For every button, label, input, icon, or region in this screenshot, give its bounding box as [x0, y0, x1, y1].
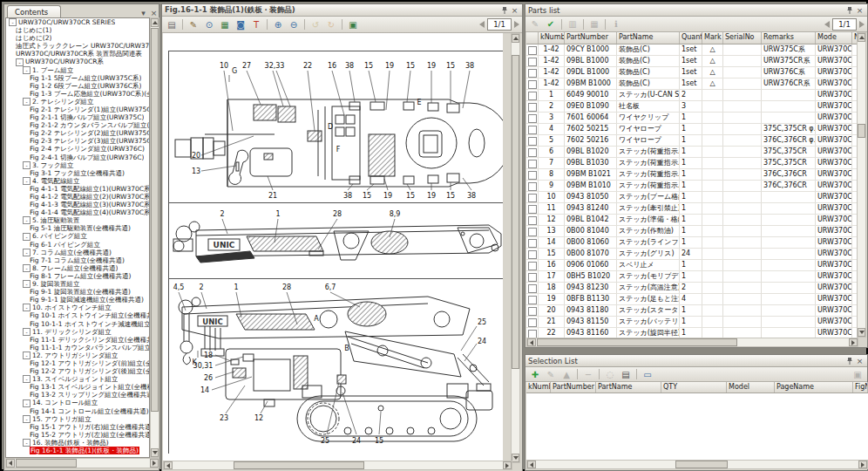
parts-vertical-scrollbar[interactable] — [857, 32, 866, 338]
scroll-right-button[interactable] — [503, 461, 512, 469]
prev-view-button[interactable]: ↺ — [309, 17, 322, 31]
table-row[interactable]: 130B00 81040ステッカ(作動油)1URW370C/U.. — [526, 226, 858, 237]
checkbox-icon[interactable] — [528, 330, 537, 338]
tree-item[interactable]: -16. 装飾品(鉄板・装飾品) — [6, 439, 149, 447]
collapse-icon[interactable]: - — [23, 352, 31, 359]
table-row[interactable]: 37601 60064ワイヤクリップ1URW370C/U.. — [526, 113, 858, 124]
column-header[interactable]: FigName — [853, 382, 868, 392]
collapse-icon[interactable]: - — [23, 264, 31, 272]
tree-item[interactable]: -URW370C/URW370CR系 — [6, 58, 149, 65]
selection-horizontal-scrollbar[interactable] — [526, 460, 868, 469]
row-checkbox[interactable] — [526, 249, 539, 259]
collapse-icon[interactable]: - — [23, 249, 31, 256]
column-header[interactable]: QTY — [661, 382, 727, 392]
table-row[interactable]: 180943 81230ステッカ(高温注意)2URW370C/U.. — [526, 283, 858, 294]
row-checkbox[interactable] — [526, 44, 539, 55]
checkbox-icon[interactable] — [528, 137, 537, 146]
tree-item[interactable]: Fig 12-2 アウトリガシリンダ(後)組立(全機 — [6, 367, 149, 375]
scroll-up-button[interactable] — [151, 18, 159, 27]
table-row[interactable]: 140B00 81060ステッカ(ラインフィル...1URW370C/U.. — [526, 237, 858, 249]
table-row[interactable]: 160906 01060スベリ止メ1URW370C/U.. — [526, 260, 858, 271]
tree-item[interactable]: Fig 11-1-1 カウンタバランスバルブ組立(1: — [6, 344, 149, 352]
column-header[interactable]: PageName — [775, 382, 853, 392]
tree-item[interactable]: Fig 9-1 旋回装置組立(全機種共通) — [6, 288, 149, 296]
tree-item[interactable]: -11. デリックシリンダ組立 — [6, 328, 149, 336]
collapse-icon[interactable]: - — [23, 177, 31, 185]
table-row[interactable]: 1-4209BM B1000装飾品(C)1set△URW376CR系URW370… — [526, 78, 858, 90]
scroll-right-button[interactable] — [150, 459, 159, 468]
tree-item[interactable]: -7. コラム組立(全機種共通) — [6, 249, 149, 256]
top-view-drawing[interactable]: 10 27 32,33 22 16 38 15 19 15 19 15 38 2… — [170, 54, 503, 199]
row-checkbox[interactable] — [526, 283, 539, 293]
tree-item[interactable]: Fig 2-1 テレシリンダ(1)組立(URW375C) — [6, 106, 149, 113]
tree-item[interactable]: -13. スイベルジョイント組立 — [6, 375, 149, 383]
tree-item[interactable]: Fig 2-4-1 切換バルブ組立(URW376C) — [6, 154, 149, 161]
pin-icon[interactable] — [844, 356, 854, 365]
tree-item[interactable]: Fig 8-1 フレーム組立(全機種共通) — [6, 272, 149, 280]
tab-contents[interactable]: Contents — [7, 5, 61, 17]
scroll-down-button[interactable] — [858, 328, 865, 337]
checkbox-icon[interactable] — [528, 160, 537, 168]
contents-vertical-scrollbar[interactable] — [150, 17, 159, 458]
tree-item[interactable]: Fig 1-3 ブーム応急組立(URW370C系)(全 — [6, 90, 149, 98]
close-icon[interactable]: × — [855, 356, 865, 365]
checkbox-icon[interactable] — [528, 148, 537, 157]
tree-item[interactable]: Fig 5-1 油圧駆動装置(全機種共通) — [6, 224, 149, 232]
checkbox-icon[interactable] — [528, 228, 537, 236]
prev-page-button[interactable] — [824, 21, 830, 28]
column-header[interactable]: PartName — [596, 382, 661, 392]
scroll-left-button[interactable] — [527, 461, 536, 468]
row-checkbox[interactable] — [526, 237, 539, 248]
scroll-left-button[interactable] — [6, 459, 15, 468]
table-row[interactable]: 110943 81240ステッカ(牽引禁止)1URW370C/U.. — [526, 203, 858, 215]
tree-item[interactable]: Fig 13-2 スリップリング組立(全機種共通) — [6, 391, 149, 399]
tree-item[interactable]: Fig 1-2 6段ブーム組立(URW376C系) — [6, 82, 149, 90]
grid-button[interactable]: ▦ — [587, 17, 601, 31]
collapse-icon[interactable]: - — [23, 98, 31, 106]
row-checkbox[interactable] — [526, 56, 539, 66]
tree-item[interactable]: -2. テレシリンダ組立 — [6, 98, 149, 106]
collapse-icon[interactable]: - — [23, 280, 31, 288]
tree-item[interactable]: Fig 12-1 アウトリガシリンダ(前)組立(全機 — [6, 359, 149, 367]
info-button[interactable]: ℹ — [609, 17, 623, 31]
remove-button[interactable]: − — [581, 367, 595, 381]
parts-horizontal-scrollbar[interactable] — [526, 338, 858, 347]
scroll-up-button[interactable] — [858, 33, 865, 42]
column-header[interactable]: Model — [727, 382, 775, 392]
collapse-icon[interactable]: - — [16, 58, 24, 66]
scroll-thumb[interactable] — [512, 55, 519, 369]
scroll-thumb[interactable] — [537, 338, 737, 346]
select-pen-button[interactable]: ✎ — [186, 17, 200, 31]
tree-item[interactable]: Fig 2-1-2 カウンタバランスバルブ組立(CB- — [6, 121, 149, 129]
collapse-icon[interactable]: - — [23, 415, 31, 423]
table-row[interactable]: 150B00 81070ステッカ(グリス)24URW370C/U.. — [526, 249, 858, 260]
table-row[interactable]: 190BFB B1130ステッカ(足もと注意)4URW370C/U.. — [526, 294, 858, 305]
collapse-icon[interactable]: - — [23, 66, 31, 74]
scroll-left-button[interactable] — [164, 461, 173, 469]
row-checkbox[interactable] — [526, 203, 539, 214]
column-header[interactable]: PartNumber — [565, 32, 617, 44]
row-checkbox[interactable] — [526, 260, 539, 270]
checkbox-icon[interactable] — [528, 296, 537, 304]
diagram-vertical-scrollbar[interactable] — [511, 33, 520, 463]
checkbox-icon[interactable] — [528, 114, 537, 123]
selection-list-header[interactable]: kNumbPartNumberPartNameQTYModelPageNameF… — [526, 382, 868, 393]
row-checkbox[interactable] — [526, 305, 539, 316]
table-row[interactable]: 909BM B1010ステッカ(荷重指示...1376C,376CRURW370… — [526, 181, 858, 192]
checkbox-icon[interactable] — [528, 205, 537, 214]
row-checkbox[interactable] — [526, 101, 539, 112]
tree-item[interactable]: Fig 4-1-1 電気配線組立(1)(URW370C系 — [6, 185, 149, 193]
tree-item[interactable]: Fig 4-1-4 電気配線組立(4)(URW370C系 — [6, 208, 149, 216]
tree-item[interactable]: Fig 2-2 テレシリンダ(2)組立(URW375C) — [6, 129, 149, 137]
edit-button[interactable]: ✎ — [544, 367, 558, 381]
export-doc-button[interactable]: ▣ — [346, 17, 360, 31]
apply-button[interactable]: ✔ — [544, 17, 558, 31]
selection-list-table[interactable] — [526, 393, 868, 461]
tree-item[interactable]: Fig 7-1 コラム組立(全機種共通) — [6, 256, 149, 264]
scroll-thumb[interactable] — [675, 461, 728, 468]
diagram-horizontal-scrollbar[interactable] — [163, 461, 512, 470]
tree-item[interactable]: Fig 13-1 スイベルジョイント組立(全機種共 — [6, 383, 149, 391]
close-icon[interactable]: × — [855, 5, 865, 15]
tree-item[interactable]: -9. 旋回装置組立 — [6, 280, 149, 288]
row-checkbox[interactable] — [526, 135, 539, 146]
